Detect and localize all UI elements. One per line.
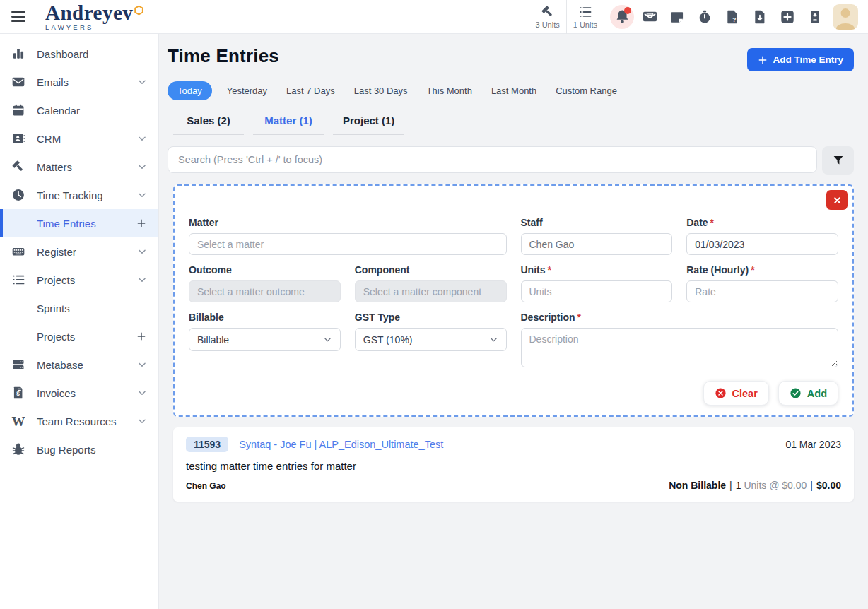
tab-project[interactable]: Project (1) [333,110,404,135]
time-entry-row[interactable]: 11593 Syntaq - Joe Fu | ALP_Edison_Ultim… [173,427,854,502]
sidebar-item-projects-sub[interactable]: Projects [0,322,158,350]
mail-icon[interactable] [641,8,658,25]
matter-units-counter[interactable]: 3 Units [529,0,566,34]
sidebar-item-label: Sprints [37,302,147,314]
tab-matter[interactable]: Matter (1) [253,110,324,135]
sidebar-item-time-tracking[interactable]: Time Tracking [0,181,158,209]
sidebar-item-calendar[interactable]: Calendar [0,96,158,124]
main-content: Time Entries Add Time Entry Today Yester… [159,34,868,609]
sidebar: Dashboard Emails Calendar CRM [0,34,159,609]
invoice-icon: $ [0,386,37,400]
contact-card-icon [0,131,37,146]
entry-matter-link[interactable]: Syntaq - Joe Fu | ALP_Edison_Ultimate_Te… [239,439,443,450]
outcome-label: Outcome [189,264,232,276]
entry-description: testing matter time entries for matter [186,460,841,472]
units-input[interactable] [521,280,673,302]
sidebar-item-projects[interactable]: Projects [0,266,158,294]
project-units-counter[interactable]: 1 Units [566,0,604,34]
sidebar-item-crm[interactable]: CRM [0,124,158,153]
sidebar-item-time-entries[interactable]: Time Entries [0,209,158,237]
entry-id-badge: 11593 [186,437,228,452]
svg-text:?: ? [732,17,736,23]
sidebar-item-metabase[interactable]: Metabase [0,350,158,379]
gst-label: GST Type [355,312,400,323]
bell-icon[interactable] [614,8,631,25]
notification-dot [624,7,631,14]
component-input [355,280,507,302]
id-card-icon[interactable] [807,8,823,25]
search-input[interactable] [168,146,817,173]
wiki-icon: W [0,415,37,428]
matter-field-group: Matter [189,217,507,255]
user-avatar[interactable] [833,4,858,30]
file-download-icon[interactable] [751,8,768,25]
staff-input[interactable] [521,233,673,255]
filter-last-7-days[interactable]: Last 7 Days [286,81,335,100]
envelope-icon [0,75,37,89]
entry-date: 01 Mar 2023 [785,439,841,450]
filter-today[interactable]: Today [168,81,212,100]
clock-icon [0,188,37,202]
outcome-input [189,280,341,302]
gavel-icon [541,5,555,19]
rate-input[interactable] [686,280,838,302]
list-icon [0,273,37,287]
clear-button[interactable]: Clear [703,381,769,406]
entry-type-tabs: Sales (2) Matter (1) Project (1) [173,110,854,135]
hexagon-icon [134,5,144,16]
filter-last-month[interactable]: Last Month [491,81,536,100]
matter-label: Matter [189,217,218,228]
units-field-group: Units* [521,264,673,302]
filter-this-month[interactable]: This Month [427,81,472,100]
clear-circle-x-icon [715,387,727,399]
filter-last-30-days[interactable]: Last 30 Days [354,81,408,100]
matter-input[interactable] [189,233,507,255]
sidebar-item-bug-reports[interactable]: Bug Reports [0,435,158,463]
plus-square-icon[interactable] [779,8,796,25]
sidebar-item-emails[interactable]: Emails [0,68,158,96]
gst-field-group: GST Type GST (10%) [355,312,507,370]
date-input[interactable] [686,233,838,255]
sidebar-item-dashboard[interactable]: Dashboard [0,40,158,68]
sidebar-item-matters[interactable]: Matters [0,153,158,181]
gst-select[interactable]: GST (10%) [355,328,507,351]
matter-units-label: 3 Units [536,20,560,29]
logo-subtitle: LAWYERS [45,24,133,31]
plus-icon[interactable] [136,331,147,342]
description-textarea[interactable] [521,328,839,367]
billable-select[interactable]: Billable [189,328,341,351]
chevron-down-icon [137,247,147,256]
sidebar-item-invoices[interactable]: $ Invoices [0,379,158,407]
note-icon[interactable] [669,8,686,25]
sidebar-item-label: Bug Reports [37,444,147,456]
component-field-group: Component [355,264,507,302]
required-mark: * [548,264,551,276]
sidebar-item-label: Team Resources [37,415,137,427]
add-time-entry-button[interactable]: Add Time Entry [747,48,854,71]
stopwatch-icon[interactable] [696,8,713,25]
hamburger-icon[interactable] [0,0,37,33]
close-form-button[interactable] [826,190,848,210]
chevron-down-icon [137,416,147,426]
add-button[interactable]: Add [778,381,838,406]
logo-title: Andreyev [45,3,133,23]
gavel-icon [0,160,37,174]
chevron-down-icon [137,388,147,398]
sidebar-item-sprints[interactable]: Sprints [0,294,158,322]
filter-button[interactable] [822,146,854,175]
sidebar-item-label: Metabase [37,359,137,371]
file-question-icon[interactable]: ? [724,8,741,25]
logo[interactable]: Andreyev LAWYERS [45,0,133,33]
sidebar-item-team-resources[interactable]: W Team Resources [0,407,158,435]
sidebar-item-register[interactable]: Register [0,237,158,266]
tab-sales[interactable]: Sales (2) [173,110,244,135]
chevron-down-icon [137,162,147,172]
add-circle-check-icon [790,387,802,399]
filter-yesterday[interactable]: Yesterday [227,81,267,100]
filter-custom-range[interactable]: Custom Range [556,81,617,100]
entry-billable-status: Non Billable [669,480,726,491]
plus-icon[interactable] [136,218,147,229]
sidebar-item-label: Projects [37,331,136,343]
sidebar-item-label: Time Tracking [37,189,137,201]
chevron-down-icon [137,77,147,87]
